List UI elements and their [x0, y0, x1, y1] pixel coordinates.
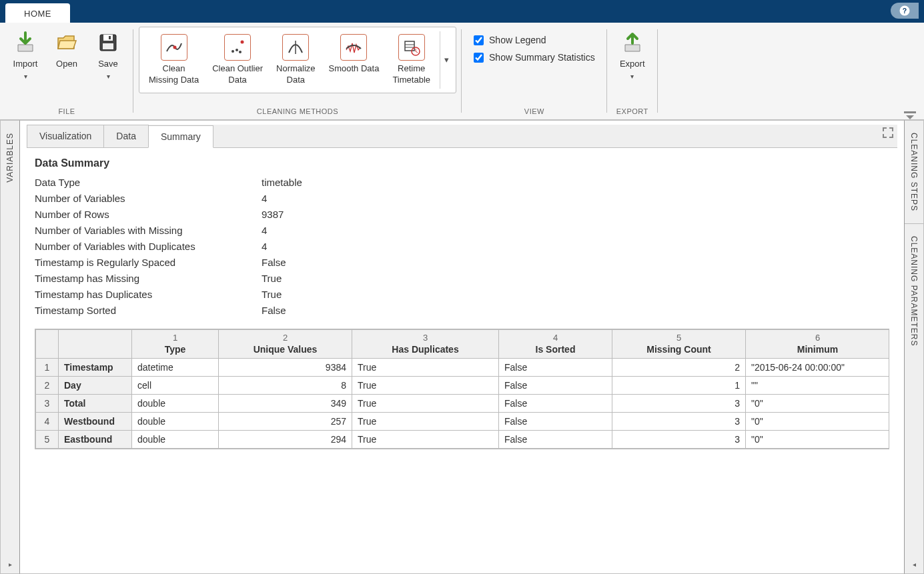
open-folder-icon: [53, 29, 80, 56]
ribbon-cleaning-label: CLEANING METHODS: [257, 107, 338, 118]
summary-value: 4: [262, 240, 889, 253]
variables-label: VARIABLES: [3, 121, 17, 195]
svg-rect-18: [904, 111, 916, 113]
gallery-dropdown[interactable]: ▾: [440, 31, 453, 89]
variable-name: Eastbound: [59, 431, 132, 449]
retime-label: Retime Timetable: [392, 63, 430, 86]
summary-key: Data Type: [35, 176, 262, 189]
cell-min: "2015-06-24 00:00:00": [746, 359, 890, 377]
retime-button[interactable]: Retime Timetable: [386, 31, 437, 89]
maximize-panel-button[interactable]: [879, 125, 897, 147]
clean-outlier-icon: [224, 34, 251, 61]
cell-missing: 3: [612, 431, 746, 449]
smooth-icon: [340, 34, 367, 61]
clean-outlier-button[interactable]: Clean Outlier Data: [205, 31, 270, 89]
export-icon: [619, 29, 646, 56]
summary-value: 4: [262, 224, 889, 237]
cell-sorted: False: [499, 431, 612, 449]
cleaning-steps-tab[interactable]: CLEANING STEPS: [907, 121, 921, 223]
svg-text:?: ?: [903, 7, 907, 15]
row-number: 2: [36, 377, 59, 395]
expand-right-icon: ▸: [9, 555, 12, 573]
tab-summary[interactable]: Summary: [148, 125, 213, 148]
col-num: 3: [352, 330, 499, 344]
ribbon-group-cleaning: Clean Missing Data Clean Outlier Data No…: [133, 23, 462, 119]
col-header[interactable]: Is Sorted: [499, 343, 612, 359]
top-tab-bar: HOME ?: [0, 0, 924, 23]
variables-panel-tab[interactable]: VARIABLES ▸: [0, 120, 20, 574]
summary-key: Timestamp has Duplicates: [35, 288, 262, 301]
save-button[interactable]: Save ▾: [88, 27, 128, 83]
row-number: 4: [36, 413, 59, 431]
svg-point-6: [173, 46, 176, 49]
col-header[interactable]: Minimum: [746, 343, 890, 359]
svg-line-17: [416, 51, 418, 53]
cell-duplicates: True: [352, 359, 499, 377]
clean-missing-button[interactable]: Clean Missing Data: [142, 31, 205, 89]
ribbon-file-label: FILE: [58, 107, 75, 118]
row-number: 1: [36, 359, 59, 377]
maximize-icon: [883, 127, 893, 138]
summary-value: True: [262, 288, 889, 301]
cell-unique: 294: [219, 431, 352, 449]
ribbon-group-view: Show Legend Show Summary Statistics VIEW: [462, 23, 607, 119]
summary-key: Timestamp Sorted: [35, 304, 262, 317]
table-row[interactable]: 3Totaldouble349TrueFalse3"0": [36, 395, 890, 413]
table-row[interactable]: 4Westbounddouble257TrueFalse3"0": [36, 413, 890, 431]
minimize-icon: [904, 111, 916, 119]
ribbon-toolbar: Import ▾ Open Save ▾ FILE: [0, 23, 924, 120]
show-summary-checkbox[interactable]: Show Summary Statistics: [474, 52, 595, 63]
clean-missing-icon: [161, 34, 187, 61]
table-row[interactable]: 2Daycell8TrueFalse1"": [36, 377, 890, 395]
tab-data[interactable]: Data: [103, 125, 149, 147]
show-legend-checkbox[interactable]: Show Legend: [474, 35, 595, 45]
svg-rect-3: [103, 35, 113, 41]
cell-duplicates: True: [352, 395, 499, 413]
svg-point-8: [236, 49, 238, 51]
cell-sorted: False: [499, 413, 612, 431]
normalize-icon: [282, 34, 309, 61]
summary-key: Number of Variables with Duplicates: [35, 240, 262, 253]
col-header[interactable]: Unique Values: [219, 343, 352, 359]
col-header[interactable]: Type: [132, 343, 219, 359]
col-num: 6: [746, 330, 890, 344]
tab-home[interactable]: HOME: [5, 3, 70, 23]
import-button[interactable]: Import ▾: [5, 27, 45, 83]
normalize-button[interactable]: Normalize Data: [270, 31, 322, 89]
table-row[interactable]: 1Timestampdatetime9384TrueFalse2"2015-06…: [36, 359, 890, 377]
cell-sorted: False: [499, 395, 612, 413]
cell-unique: 349: [219, 395, 352, 413]
help-button[interactable]: ?: [891, 3, 919, 19]
ribbon-view-label: VIEW: [524, 107, 544, 118]
tab-visualization[interactable]: Visualization: [27, 125, 104, 147]
minimize-ribbon[interactable]: [658, 23, 924, 119]
export-button[interactable]: Export ▾: [612, 27, 652, 83]
help-icon: ?: [899, 5, 911, 17]
cleaning-parameters-tab[interactable]: CLEANING PARAMETERS: [907, 224, 921, 358]
col-header[interactable]: Has Duplicates: [352, 343, 499, 359]
cell-duplicates: True: [352, 413, 499, 431]
cell-missing: 1: [612, 377, 746, 395]
cell-type: cell: [132, 377, 219, 395]
cell-unique: 257: [219, 413, 352, 431]
cell-min: "0": [746, 413, 890, 431]
clean-missing-label: Clean Missing Data: [149, 63, 199, 86]
summary-key: Number of Variables with Missing: [35, 224, 262, 237]
open-button[interactable]: Open: [47, 27, 87, 73]
ribbon-export-label: EXPORT: [616, 107, 648, 118]
statistics-table: 1 2 3 4 5 6 Type Unique Values Has Dupli…: [35, 329, 889, 449]
statistics-table-wrap: 1 2 3 4 5 6 Type Unique Values Has Dupli…: [35, 329, 889, 449]
cell-missing: 3: [612, 395, 746, 413]
svg-rect-4: [109, 36, 111, 39]
summary-value: True: [262, 272, 889, 285]
svg-rect-5: [103, 43, 113, 49]
col-header[interactable]: Missing Count: [612, 343, 746, 359]
cell-type: double: [132, 395, 219, 413]
cell-min: "0": [746, 431, 890, 449]
smooth-button[interactable]: Smooth Data: [322, 31, 386, 89]
summary-value: False: [262, 256, 889, 269]
cell-duplicates: True: [352, 431, 499, 449]
import-icon: [12, 29, 39, 56]
table-row[interactable]: 5Eastbounddouble294TrueFalse3"0": [36, 431, 890, 449]
cell-type: double: [132, 413, 219, 431]
